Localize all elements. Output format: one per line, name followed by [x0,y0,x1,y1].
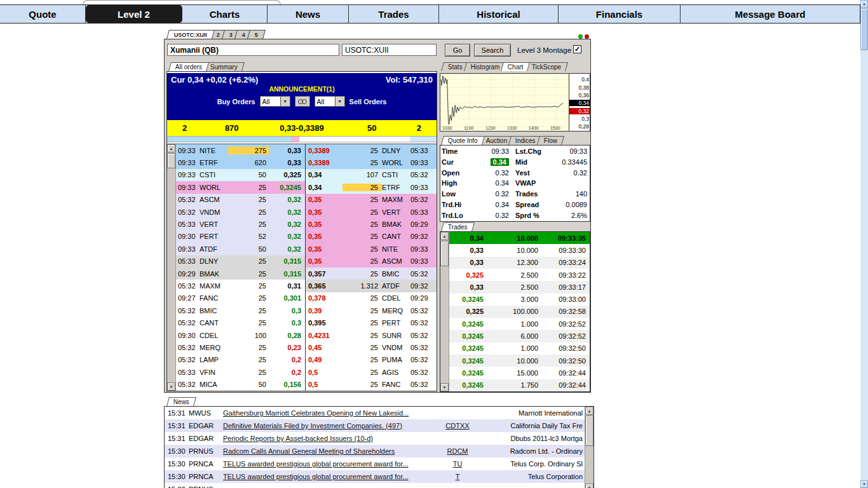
scroll-thumb[interactable] [585,416,593,446]
news-symbol-link[interactable]: TU [432,460,483,468]
bid-mm[interactable]: CDEL [200,332,228,339]
bid-mm[interactable]: BMIC [200,307,228,315]
ask-mm[interactable]: VNDM [382,344,410,351]
nav-tab-message-board[interactable]: Message Board [681,5,860,23]
tab-histogram[interactable]: Histogram [464,62,507,71]
order-book-scrollbar[interactable]: ▲▼ [167,144,176,391]
news-headline-link[interactable]: Radcom Calls Annual General Meeting of S… [223,447,432,455]
ask-mm[interactable]: BMIC [382,270,410,278]
window-minimize-button[interactable] [578,34,583,39]
bid-side: 05:32LAMP250,2 [176,354,306,366]
bid-mm[interactable]: PERT [200,233,228,240]
ask-mm[interactable]: MAXM [382,196,410,203]
page-scrollbar[interactable]: ▲▼ [860,0,868,488]
bid-mm[interactable]: VFIN [200,369,228,376]
go-button[interactable]: Go [445,44,470,57]
ask-mm[interactable]: FANC [382,381,410,388]
scroll-thumb[interactable] [440,241,449,266]
news-scrollbar[interactable]: ▲▼ [585,407,593,488]
scroll-up-button[interactable]: ▲ [167,144,175,152]
scroll-thumb[interactable] [860,8,868,50]
ask-mm[interactable]: CSTI [382,171,410,179]
ask-price: 0,35 [306,208,342,216]
bid-price: 0,32 [269,218,306,230]
ask-mm[interactable]: ETRF [382,184,410,191]
scroll-thumb[interactable] [167,153,175,168]
ask-mm[interactable]: ASCM [382,257,410,265]
symbol-input[interactable] [342,44,437,56]
bid-mm[interactable]: FANC [200,294,228,302]
ask-mm[interactable]: WORL [382,159,410,166]
news-symbol-link[interactable]: T [432,473,483,480]
window-close-button[interactable] [585,34,589,39]
trades-scrollbar[interactable]: ▲▼ [440,232,449,391]
ask-mm[interactable]: VERT [382,208,410,216]
tab-all-orders[interactable]: All orders [168,62,209,71]
tab-news[interactable]: News [166,397,196,406]
nav-tab-trades[interactable]: Trades [349,5,439,23]
tab-trades[interactable]: Trades [441,222,475,231]
scroll-down-button[interactable]: ▼ [585,484,593,488]
ask-mm[interactable]: NITE [382,245,410,253]
scroll-down-button[interactable]: ▼ [167,383,175,391]
nav-tab-financials[interactable]: Financials [559,5,681,23]
news-symbol-link[interactable]: CDTXX [432,422,483,430]
tab-summary[interactable]: Summary [203,62,245,71]
workspace-tab-usotc-xuii[interactable]: USOTC:XUII [166,30,215,39]
tab-flow[interactable]: Flow [537,136,564,145]
search-button[interactable]: Search [474,44,511,57]
bid-mm[interactable]: BMAK [200,270,228,278]
scroll-down-button[interactable]: ▼ [860,480,868,488]
ask-mm[interactable]: CANT [382,233,410,240]
news-headline-link[interactable]: Periodic Reports by Asset-backed Issuers… [223,435,432,442]
nav-tab-level-2[interactable]: Level 2 [86,5,182,23]
ask-mm[interactable]: SUNR [382,332,410,339]
ask-mm[interactable]: PUMA [382,356,410,363]
bid-mm[interactable]: ATDF [200,245,228,253]
bid-mm[interactable]: MERQ [200,344,228,351]
bid-mm[interactable]: ASCM [200,196,228,203]
nav-tab-quote[interactable]: Quote [0,5,86,23]
nav-tab-charts[interactable]: Charts [182,5,268,23]
sell-filter-dropdown[interactable]: All ▼ [315,96,345,107]
bid-mm[interactable]: VNDM [200,208,228,216]
news-headline-link[interactable]: TELUS awarded prestigious global procure… [223,460,432,468]
nav-tab-news[interactable]: News [268,5,349,23]
ask-mm[interactable]: BMAK [382,220,410,228]
scroll-up-button[interactable]: ▲ [585,407,593,415]
bid-mm[interactable]: CANT [200,319,228,327]
tab-chart[interactable]: Chart [501,62,530,71]
scroll-up-button[interactable]: ▲ [860,0,868,8]
news-headline-link[interactable]: Definitive Materials Filed by Investment… [223,422,432,430]
bid-mm[interactable]: MAXM [200,282,228,290]
bid-mm[interactable]: ETRF [200,159,228,166]
company-name-field[interactable] [167,44,339,56]
bid-mm[interactable]: DLNY [200,257,228,265]
bid-mm[interactable]: WORL [200,184,228,191]
bid-mm[interactable]: CSTI [200,171,228,179]
news-symbol-link[interactable]: RDCM [432,447,483,455]
scroll-up-button[interactable]: ▲ [440,232,449,240]
nav-tab-historical[interactable]: Historical [439,5,559,23]
ask-mm[interactable]: AGIS [382,369,410,376]
bid-mm[interactable]: MICA [200,381,228,388]
ask-mm[interactable]: ATDF [382,282,410,290]
ask-mm[interactable]: PERT [382,319,410,327]
news-headline-link[interactable]: TELUS awarded prestigious global procure… [223,473,432,480]
link-filters-button[interactable] [295,96,310,107]
workspace-tab-5[interactable]: 5 [247,30,266,39]
tab-quote-info[interactable]: Quote Info [441,136,485,145]
news-headline-link[interactable]: Gaithersburg Marriott Celebrates Opening… [223,409,432,417]
ask-mm[interactable]: DLNY [382,147,410,154]
level3-montage-checkbox[interactable]: ✓ [573,45,581,53]
scroll-down-button[interactable]: ▼ [440,383,449,391]
bid-mm[interactable]: VERT [200,220,228,228]
ask-mm[interactable]: MERQ [382,307,410,315]
ask-mm[interactable]: CDEL [382,294,410,302]
buy-filter-dropdown[interactable]: All ▼ [260,96,290,107]
bid-mm[interactable]: NITE [200,147,228,154]
bid-mm[interactable]: LAMP [200,356,228,363]
tab-tickscope[interactable]: TickScope [525,62,568,71]
announcement-link[interactable]: ANNOUNCEMENT(1) [167,85,437,93]
depth-bar [167,136,437,142]
